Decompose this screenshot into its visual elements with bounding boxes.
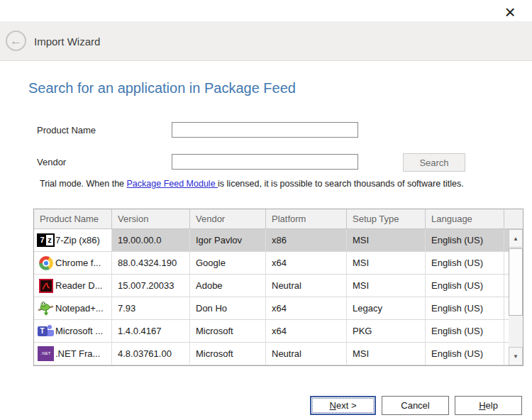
column-header-language[interactable]: Language [426,209,504,228]
vendor-input[interactable] [172,154,358,170]
close-icon[interactable]: × [498,1,522,23]
cell-product-name: .NET.NET Fra... [34,343,112,365]
table-row[interactable]: 7z7-Zip (x86)19.00.00.0Igor Pavlovx86MSI… [34,229,523,252]
trial-text-suffix: is licensed, it is possible to search th… [218,179,464,189]
vertical-scrollbar[interactable]: ▲ ▼ [509,229,523,365]
product-name-text: Notepad+... [55,297,104,319]
adobe-reader-icon [39,279,53,293]
cell-setup-type: PKG [347,320,426,343]
cell-platform: x64 [266,252,347,275]
scrollbar-thumb[interactable] [509,248,523,316]
cell-platform: Neutral [266,275,347,297]
cell-version: 7.93 [112,297,190,320]
cell-version: 88.0.4324.190 [112,252,190,275]
cell-vendor: Don Ho [190,297,266,320]
scroll-up-icon[interactable]: ▲ [509,229,523,248]
table-row[interactable]: Chrome f...88.0.4324.190Googlex64MSIEngl… [34,252,523,275]
table-row[interactable]: Notepad+...7.93Don Hox64LegacyEnglish (U… [34,297,523,320]
cell-platform: x64 [266,297,347,320]
cell-language: English (US) [426,252,504,275]
table-header-row: Product NameVersionVendorPlatformSetup T… [34,209,523,229]
column-header-setup-type[interactable]: Setup Type [347,209,426,228]
scroll-down-icon[interactable]: ▼ [509,347,523,365]
dotnet-icon: .NET [38,346,54,361]
chrome-icon [39,256,53,270]
cell-version: 1.4.0.4167 [112,320,190,343]
7zip-icon: 7z [37,233,55,247]
cell-platform: Neutral [266,343,347,365]
product-name-text: Chrome f... [55,252,101,274]
cell-vendor: Microsoft [190,343,266,365]
product-name-label: Product Name [37,125,96,136]
cell-setup-type: MSI [347,252,426,275]
vendor-label: Vendor [37,157,66,167]
cell-version: 19.00.00.0 [112,229,190,252]
column-header-platform[interactable]: Platform [266,209,347,228]
cell-version: 15.007.20033 [112,275,190,297]
back-icon[interactable]: ← [6,31,26,51]
next-button[interactable]: Next > [310,396,376,415]
cell-version: 4.8.03761.00 [112,343,190,365]
column-header-version[interactable]: Version [112,209,190,228]
cell-vendor: Microsoft [190,320,266,343]
column-header-filler [504,209,523,228]
table-row[interactable]: TMicrosoft ...1.4.0.4167Microsoftx64PKGE… [34,320,523,343]
wizard-title: Import Wizard [34,35,100,48]
product-name-text: .NET Fra... [55,343,100,365]
trial-text-prefix: Trial mode. When the [40,179,127,189]
cell-language: English (US) [426,297,504,320]
cell-vendor: Igor Pavlov [190,229,266,252]
product-name-text: Microsoft ... [55,320,103,342]
cell-vendor: Adobe [190,275,266,297]
cell-setup-type: MSI [347,343,426,365]
cell-setup-type: Legacy [347,297,426,320]
cell-language: English (US) [426,320,504,343]
cell-product-name: Notepad+... [34,297,112,320]
cell-platform: x64 [266,320,347,343]
table-row[interactable]: Reader D...15.007.20033AdobeNeutralMSIEn… [34,275,523,297]
cell-setup-type: MSI [347,229,426,252]
search-button[interactable]: Search [403,153,465,172]
column-header-product-name[interactable]: Product Name [34,209,112,228]
cell-language: English (US) [426,229,504,252]
cell-language: English (US) [426,343,504,365]
product-name-input[interactable] [172,122,358,138]
page-title: Search for an application in Package Fee… [28,80,296,96]
cell-product-name: Chrome f... [34,252,112,275]
notepad-plus-plus-icon [38,301,54,316]
microsoft-teams-icon: T [38,325,55,338]
results-table: Product NameVersionVendorPlatformSetup T… [33,209,523,366]
product-name-text: 7-Zip (x86) [55,229,100,251]
package-feed-module-link[interactable]: Package Feed Module [127,179,218,189]
cell-vendor: Google [190,252,266,275]
import-wizard-dialog: { "window": { "title": "Import Wizard" }… [0,0,532,420]
cell-language: English (US) [426,275,504,297]
cancel-button[interactable]: Cancel [382,396,449,415]
wizard-header: ← Import Wizard [0,21,532,61]
cell-product-name: TMicrosoft ... [34,320,112,343]
product-name-text: Reader D... [55,275,102,297]
column-header-vendor[interactable]: Vendor [190,209,266,228]
cell-setup-type: MSI [347,275,426,297]
cell-platform: x86 [266,229,347,252]
table-body: 7z7-Zip (x86)19.00.00.0Igor Pavlovx86MSI… [34,229,523,365]
trial-mode-notice: Trial mode. When the Package Feed Module… [40,179,464,189]
help-button[interactable]: Help [455,396,522,415]
cell-product-name: 7z7-Zip (x86) [34,229,112,252]
table-row[interactable]: .NET.NET Fra...4.8.03761.00MicrosoftNeut… [34,343,523,365]
cell-product-name: Reader D... [34,275,112,297]
